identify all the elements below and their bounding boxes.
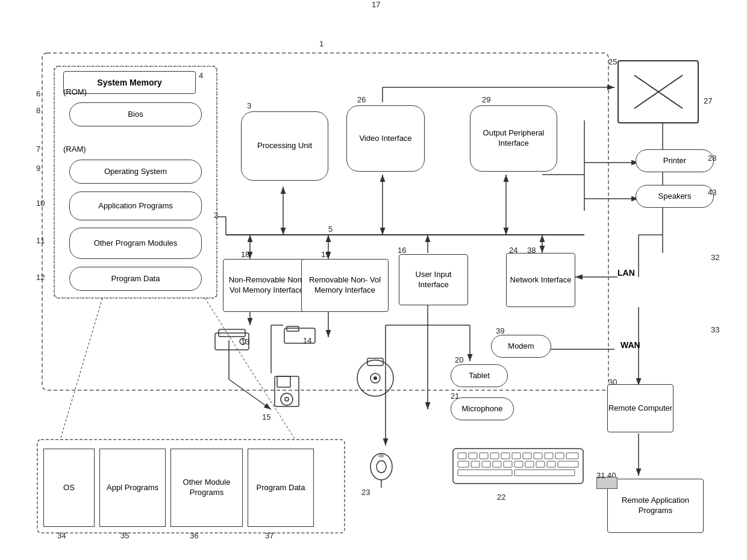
bios-box: Bios: [69, 102, 202, 126]
keyboard-icon: [452, 446, 584, 490]
svg-rect-69: [469, 453, 477, 459]
network-interface-box: Network Interface: [506, 253, 575, 307]
svg-rect-77: [555, 453, 564, 459]
label-8: 8: [36, 106, 40, 115]
label-20: 20: [455, 355, 463, 364]
label-13: 13: [241, 337, 249, 346]
label-29: 29: [482, 95, 490, 104]
user-input-box: User Input Interface: [399, 254, 468, 305]
program-data-small-box: Program Data: [248, 449, 314, 527]
label-15: 15: [262, 412, 270, 422]
svg-rect-86: [536, 461, 545, 467]
label-24: 24: [509, 246, 517, 255]
output-peripheral-box: Output Peripheral Interface: [470, 105, 557, 172]
label-1: 1: [319, 39, 323, 48]
modem-box: Modem: [491, 335, 551, 358]
label-3: 3: [247, 101, 251, 110]
application-programs-box: Application Programs: [69, 191, 202, 220]
label-37: 37: [265, 531, 273, 540]
svg-point-64: [377, 461, 386, 473]
svg-rect-89: [458, 470, 512, 476]
svg-rect-68: [458, 453, 466, 459]
svg-rect-73: [512, 453, 520, 459]
label-23: 23: [361, 488, 370, 497]
label-38: 38: [527, 246, 536, 255]
svg-rect-56: [277, 376, 290, 387]
svg-line-42: [60, 298, 102, 440]
svg-rect-70: [480, 453, 488, 459]
svg-rect-72: [501, 453, 510, 459]
operating-system-box: Operating System: [69, 160, 202, 184]
svg-rect-74: [523, 453, 531, 459]
label-36: 36: [190, 531, 198, 540]
device-15: [270, 373, 303, 415]
label-31: 31: [596, 471, 605, 480]
device-23: [364, 449, 398, 490]
label-22: 22: [497, 493, 505, 502]
remote-computer-box: Remote Computer: [607, 384, 674, 432]
svg-rect-84: [514, 461, 523, 467]
label-18: 18: [241, 250, 249, 259]
label-43: 43: [708, 188, 716, 197]
diagram-container: 1 System Memory 4 (ROM) 6 Bios 8 (RAM) 7…: [0, 0, 747, 560]
video-interface-box: Video Interface: [346, 105, 425, 172]
svg-rect-54: [287, 326, 299, 331]
svg-rect-90: [514, 470, 575, 476]
other-program-modules-box: Other Program Modules: [69, 228, 202, 259]
label-14: 14: [303, 336, 311, 345]
printer-box: Printer: [636, 149, 714, 172]
label-34: 34: [57, 531, 66, 540]
svg-rect-88: [558, 461, 578, 467]
label-26: 26: [357, 95, 366, 104]
svg-rect-79: [458, 461, 469, 467]
svg-line-43: [205, 298, 295, 440]
ram-label: (RAM): [63, 145, 86, 154]
label-30: 30: [608, 378, 617, 387]
label-33: 33: [711, 325, 719, 334]
label-19: 19: [321, 250, 330, 259]
label-5: 5: [328, 225, 333, 234]
label-35: 35: [120, 531, 129, 540]
svg-rect-55: [275, 376, 299, 406]
monitor-svg: [628, 69, 689, 114]
remote-application-programs-box: Remote Application Programs: [607, 479, 704, 533]
svg-point-57: [281, 393, 293, 405]
label-21: 21: [451, 391, 459, 400]
svg-rect-75: [534, 453, 542, 459]
tablet-box: Tablet: [451, 364, 508, 387]
removable-box: Removable Non- Vol Memory Interface: [301, 259, 389, 312]
os-small-box: OS: [43, 449, 95, 527]
speakers-box: Speakers: [636, 185, 714, 208]
rom-label: (ROM): [63, 87, 87, 96]
svg-rect-85: [525, 461, 534, 467]
svg-point-61: [374, 376, 377, 380]
program-data-box: Program Data: [69, 267, 202, 291]
label-27: 27: [704, 96, 712, 105]
svg-rect-81: [482, 461, 490, 467]
label-7: 7: [36, 145, 40, 154]
label-28: 28: [708, 154, 716, 163]
other-module-programs-small-box: Other Module Programs: [170, 449, 243, 527]
appl-programs-small-box: Appl Programs: [99, 449, 166, 527]
wan-label: WAN: [620, 340, 640, 350]
label-9: 9: [36, 164, 40, 173]
svg-point-66: [378, 454, 384, 458]
label-11: 11: [36, 236, 45, 245]
non-removable-box: Non-Removable Non-Vol Memory Interface: [223, 259, 310, 312]
label-25: 25: [608, 57, 617, 66]
label-4: 4: [199, 71, 203, 80]
label-17: 17: [372, 0, 380, 9]
processing-unit-box: Processing Unit: [241, 111, 328, 181]
label-2: 2: [214, 211, 218, 220]
svg-rect-80: [471, 461, 480, 467]
svg-rect-87: [547, 461, 555, 467]
svg-rect-62: [367, 358, 383, 366]
lan-label: LAN: [617, 268, 635, 278]
label-16: 16: [398, 246, 406, 255]
svg-rect-71: [490, 453, 499, 459]
svg-rect-83: [504, 461, 512, 467]
svg-rect-78: [566, 453, 578, 459]
svg-line-45: [229, 379, 271, 409]
label-10: 10: [36, 199, 45, 208]
label-39: 39: [496, 326, 504, 335]
